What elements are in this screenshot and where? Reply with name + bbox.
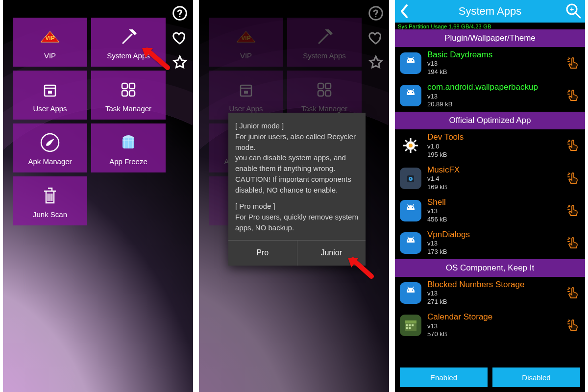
heart-icon[interactable] [368, 29, 384, 46]
svg-rect-6 [129, 83, 135, 89]
ice-icon [117, 131, 140, 154]
svg-rect-5 [122, 83, 127, 89]
mode-dialog: [ Junior mode ] For junior users, also c… [228, 113, 366, 266]
svg-point-47 [412, 207, 414, 208]
app-row[interactable]: Blocked Numbers Storagev13271 kB [395, 277, 585, 309]
section-header: Plugin/Wallpaper/Theme [395, 29, 585, 47]
touch-icon [564, 171, 582, 186]
heart-icon[interactable] [172, 29, 188, 46]
svg-line-23 [575, 13, 580, 18]
help-icon[interactable] [368, 5, 384, 22]
svg-rect-61 [409, 324, 411, 326]
app-size: 271 kB [427, 298, 564, 306]
svg-rect-4 [48, 91, 52, 94]
svg-line-53 [413, 237, 414, 239]
touch-icon [564, 203, 582, 218]
svg-rect-64 [409, 327, 411, 329]
dialog-text: For junior users, also called Recycler m… [235, 131, 359, 153]
dialog-text: For Pro users, quickly remove system app… [235, 212, 359, 233]
vip-icon: VIP [38, 25, 62, 49]
svg-line-32 [413, 89, 414, 91]
app-version: v13 [427, 207, 564, 216]
section-header: OS Component, Keep It [395, 259, 585, 277]
tile-label: Junk Scan [33, 210, 67, 219]
app-row[interactable]: Basic Daydreamsv13194 kB [395, 47, 585, 79]
touch-icon [564, 88, 582, 103]
pro-button[interactable]: Pro [228, 241, 297, 266]
svg-rect-8 [129, 91, 135, 96]
svg-point-54 [408, 290, 410, 291]
dialog-pro-heading: [ Pro mode ] [235, 201, 359, 212]
tile-label: VIP [44, 51, 56, 60]
svg-point-42 [409, 144, 413, 147]
user-apps-tile[interactable]: User Apps [13, 71, 87, 120]
grid-icon [117, 78, 140, 101]
svg-line-41 [405, 149, 407, 151]
svg-line-27 [408, 57, 409, 59]
svg-line-56 [408, 287, 409, 289]
app-row[interactable]: Shellv13456 kB [395, 195, 585, 227]
apk-manager-tile[interactable]: Apk Manager [13, 123, 87, 172]
svg-point-29 [408, 92, 410, 94]
star-icon[interactable] [368, 54, 384, 71]
svg-point-45 [410, 178, 411, 179]
app-version: v13 [427, 322, 564, 331]
disabled-button[interactable]: Disabled [492, 368, 580, 387]
svg-point-30 [412, 92, 414, 94]
svg-rect-7 [122, 91, 127, 96]
dialog-text: CAUTION! If important components disable… [235, 174, 359, 196]
app-size: 195 kB [427, 151, 564, 159]
svg-rect-60 [406, 324, 408, 326]
tile-label: Apk Manager [28, 157, 72, 166]
app-row[interactable]: com.android.wallpaperbackupv1320.89 kB [395, 79, 585, 112]
svg-line-57 [413, 287, 414, 289]
app-name: Dev Tools [427, 132, 564, 142]
junk-scan-tile[interactable]: Junk Scan [13, 176, 87, 225]
touch-icon [564, 56, 582, 71]
app-row[interactable]: Dev Toolsv1.0195 kB [395, 129, 585, 162]
app-version: v13 [427, 240, 564, 248]
svg-rect-63 [406, 327, 408, 329]
enabled-button[interactable]: Enabled [400, 368, 488, 387]
dialog-text: you can disable system apps, and enable … [235, 152, 359, 174]
svg-point-46 [408, 207, 410, 208]
app-size: 169 kB [427, 183, 564, 192]
app-row[interactable]: VpnDialogsv13173 kB [395, 227, 585, 259]
magnify-icon[interactable]: + [564, 2, 582, 22]
back-button[interactable] [395, 0, 415, 23]
svg-point-50 [408, 240, 410, 241]
touch-icon [564, 318, 582, 333]
tile-label: User Apps [33, 104, 67, 113]
section-header: Official Optimized App [395, 112, 585, 129]
svg-line-40 [414, 140, 416, 142]
partition-usage: Sys Partition Usage 1.68 GB/4.23 GB [395, 23, 585, 29]
svg-point-25 [408, 60, 410, 61]
trash-icon [38, 184, 62, 207]
svg-point-26 [412, 60, 414, 61]
star-icon[interactable] [172, 54, 188, 71]
svg-point-55 [412, 290, 414, 291]
title-bar: System Apps + [395, 0, 585, 23]
app-row[interactable]: Calendar Storagev13570 kB [395, 309, 585, 342]
vip-tile[interactable]: VIPVIP [13, 18, 87, 67]
app-name: com.android.wallpaperbackup [427, 82, 564, 92]
app-size: 20.89 kB [427, 100, 564, 109]
page-title: System Apps [395, 5, 585, 18]
app-version: v13 [427, 60, 564, 68]
app-size: 173 kB [427, 248, 564, 256]
app-version: v1.4 [427, 175, 564, 183]
app-freeze-tile[interactable]: App Freeze [91, 123, 166, 172]
help-icon[interactable] [172, 5, 188, 22]
svg-point-1 [179, 16, 181, 18]
svg-line-31 [408, 89, 409, 91]
svg-text:+: + [570, 5, 574, 13]
app-name: Shell [427, 197, 564, 207]
app-name: Calendar Storage [427, 312, 564, 322]
app-size: 194 kB [427, 68, 564, 76]
app-row[interactable]: MusicFXv1.4169 kB [395, 162, 585, 195]
svg-line-38 [405, 140, 407, 142]
app-version: v13 [427, 93, 564, 101]
app-version: v13 [427, 290, 564, 298]
task-manager-tile[interactable]: Task Manager [91, 71, 166, 120]
svg-line-52 [408, 237, 409, 239]
